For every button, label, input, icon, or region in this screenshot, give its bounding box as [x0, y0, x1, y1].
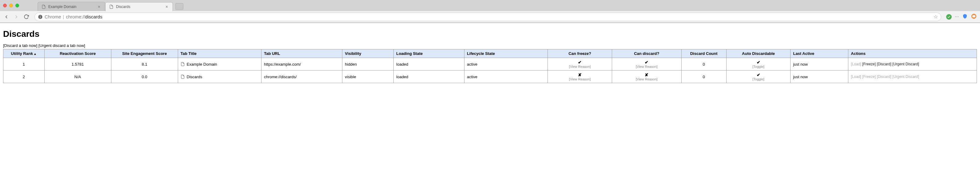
- col-discard-count[interactable]: Discard Count: [681, 49, 726, 58]
- cell-tab-title: Discards: [178, 71, 261, 83]
- browser-tab-discards[interactable]: Discards ×: [105, 2, 173, 11]
- cell-site-engagement-score: 0.0: [111, 71, 178, 83]
- cell-tab-url: chrome://discards/: [261, 71, 342, 83]
- col-tab-url[interactable]: Tab URL: [261, 49, 342, 58]
- cell-site-engagement-score: 8.1: [111, 58, 178, 71]
- extension-icon-shield[interactable]: [962, 14, 968, 20]
- cell-visibility: visible: [342, 71, 394, 83]
- col-visibility[interactable]: Visibility: [342, 49, 394, 58]
- cell-can-discard: ✘[View Reason]: [612, 71, 681, 83]
- tab-close-icon[interactable]: ×: [165, 5, 169, 9]
- page-icon: [181, 74, 185, 79]
- toolbar: Chrome | chrome://discards ☆ •••: [0, 11, 980, 23]
- tab-title: Discards: [116, 5, 162, 9]
- discard-tab-now-link[interactable]: [Discard a tab now]: [3, 43, 37, 48]
- cell-lifecycle-state: active: [464, 58, 547, 71]
- forward-button[interactable]: [13, 14, 20, 20]
- urgent-discard-action[interactable]: [Urgent Discard]: [892, 74, 919, 79]
- cell-actions: [Load] [Freeze] [Discard] [Urgent Discar…: [848, 58, 977, 71]
- cell-utility-rank: 1: [3, 58, 45, 71]
- view-reason-link[interactable]: [View Reason]: [614, 77, 679, 81]
- extension-icon-dots[interactable]: •••: [955, 15, 959, 19]
- window-controls: [3, 4, 19, 7]
- sort-ascending-icon: ▲: [33, 52, 37, 55]
- load-action[interactable]: [Load]: [851, 74, 861, 79]
- cell-lifecycle-state: active: [464, 71, 547, 83]
- address-text: Chrome | chrome://discards: [45, 14, 102, 19]
- reload-button[interactable]: [23, 14, 30, 20]
- urgent-discard-tab-now-link[interactable]: [Urgent discard a tab now]: [38, 43, 85, 48]
- freeze-action[interactable]: [Freeze]: [862, 62, 876, 66]
- toggle-link[interactable]: [Toggle]: [729, 65, 788, 68]
- tab-strip: Example Domain × Discards ×: [38, 0, 183, 11]
- svg-rect-2: [40, 16, 40, 18]
- svg-point-1: [40, 15, 41, 16]
- view-reason-link[interactable]: [View Reason]: [614, 65, 679, 68]
- page-content: Discards [Discard a tab now] [Urgent dis…: [0, 23, 980, 86]
- col-reactivation-score[interactable]: Reactivation Score: [44, 49, 111, 58]
- table-row: 2N/A0.0Discardschrome://discards/visible…: [3, 71, 977, 83]
- cell-auto-discardable: ✔[Toggle]: [726, 58, 791, 71]
- discards-table: Utility Rank▲ Reactivation Score Site En…: [3, 49, 977, 83]
- page-icon: [181, 62, 185, 66]
- cell-actions: [Load] [Freeze] [Discard] [Urgent Discar…: [848, 71, 977, 83]
- cell-loading-state: loaded: [394, 58, 465, 71]
- cell-loading-state: loaded: [394, 71, 465, 83]
- col-auto-discardable[interactable]: Auto Discardable: [726, 49, 791, 58]
- cell-reactivation-score: N/A: [44, 71, 111, 83]
- col-tab-title[interactable]: Tab Title: [178, 49, 261, 58]
- freeze-action[interactable]: [Freeze]: [862, 74, 876, 79]
- back-button[interactable]: [3, 14, 10, 20]
- extension-icon-orange-circle[interactable]: [971, 13, 977, 20]
- col-can-discard[interactable]: Can discard?: [612, 49, 681, 58]
- discard-action[interactable]: [Discard]: [877, 74, 891, 79]
- titlebar: Example Domain × Discards ×: [0, 0, 980, 11]
- cell-discard-count: 0: [681, 58, 726, 71]
- tab-title: Example Domain: [48, 5, 94, 9]
- cell-can-discard: ✔[View Reason]: [612, 58, 681, 71]
- toggle-link[interactable]: [Toggle]: [729, 77, 788, 81]
- col-last-active[interactable]: Last Active: [791, 49, 848, 58]
- bookmark-star-icon[interactable]: ☆: [934, 14, 938, 20]
- browser-tab-example[interactable]: Example Domain ×: [38, 2, 105, 11]
- discard-action[interactable]: [Discard]: [877, 62, 891, 66]
- cell-utility-rank: 2: [3, 71, 45, 83]
- page-icon: [41, 5, 46, 9]
- cell-can-freeze: ✘[View Reason]: [548, 71, 612, 83]
- page-heading: Discards: [3, 29, 977, 39]
- cell-discard-count: 0: [681, 71, 726, 83]
- tab-close-icon[interactable]: ×: [97, 5, 101, 9]
- col-can-freeze[interactable]: Can freeze?: [548, 49, 612, 58]
- cell-visibility: hidden: [342, 58, 394, 71]
- col-actions[interactable]: Actions: [848, 49, 977, 58]
- site-info-icon[interactable]: [38, 14, 43, 19]
- window-close-button[interactable]: [3, 4, 7, 7]
- view-reason-link[interactable]: [View Reason]: [550, 65, 609, 68]
- col-site-engagement-score[interactable]: Site Engagement Score: [111, 49, 178, 58]
- cell-tab-url: https://example.com/: [261, 58, 342, 71]
- col-utility-rank[interactable]: Utility Rank▲: [3, 49, 45, 58]
- browser-chrome: Example Domain × Discards ×: [0, 0, 980, 23]
- cell-auto-discardable: ✔[Toggle]: [726, 71, 791, 83]
- cell-tab-title: Example Domain: [178, 58, 261, 71]
- extension-icon-green-check[interactable]: [946, 14, 952, 20]
- cell-last-active: just now: [791, 58, 848, 71]
- load-action[interactable]: [Load]: [851, 62, 861, 66]
- top-actions: [Discard a tab now] [Urgent discard a ta…: [3, 43, 977, 48]
- view-reason-link[interactable]: [View Reason]: [550, 77, 609, 81]
- window-maximize-button[interactable]: [15, 4, 19, 7]
- cell-last-active: just now: [791, 71, 848, 83]
- address-scheme: Chrome: [45, 14, 61, 19]
- table-header-row: Utility Rank▲ Reactivation Score Site En…: [3, 49, 977, 58]
- urgent-discard-action[interactable]: [Urgent Discard]: [892, 62, 919, 66]
- cell-reactivation-score: 1.5781: [44, 58, 111, 71]
- cell-can-freeze: ✔[View Reason]: [548, 58, 612, 71]
- page-icon: [109, 5, 113, 9]
- col-loading-state[interactable]: Loading State: [394, 49, 465, 58]
- window-minimize-button[interactable]: [9, 4, 13, 7]
- new-tab-button[interactable]: [175, 3, 183, 10]
- col-lifecycle-state[interactable]: Lifecycle State: [464, 49, 547, 58]
- table-row: 11.57818.1Example Domainhttps://example.…: [3, 58, 977, 71]
- address-bar[interactable]: Chrome | chrome://discards ☆: [35, 13, 941, 21]
